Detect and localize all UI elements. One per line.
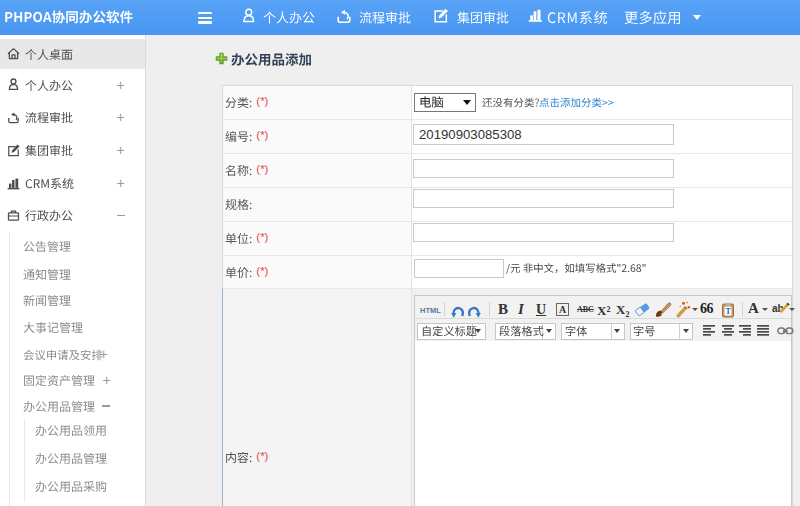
svg-text:T: T bbox=[725, 306, 731, 316]
